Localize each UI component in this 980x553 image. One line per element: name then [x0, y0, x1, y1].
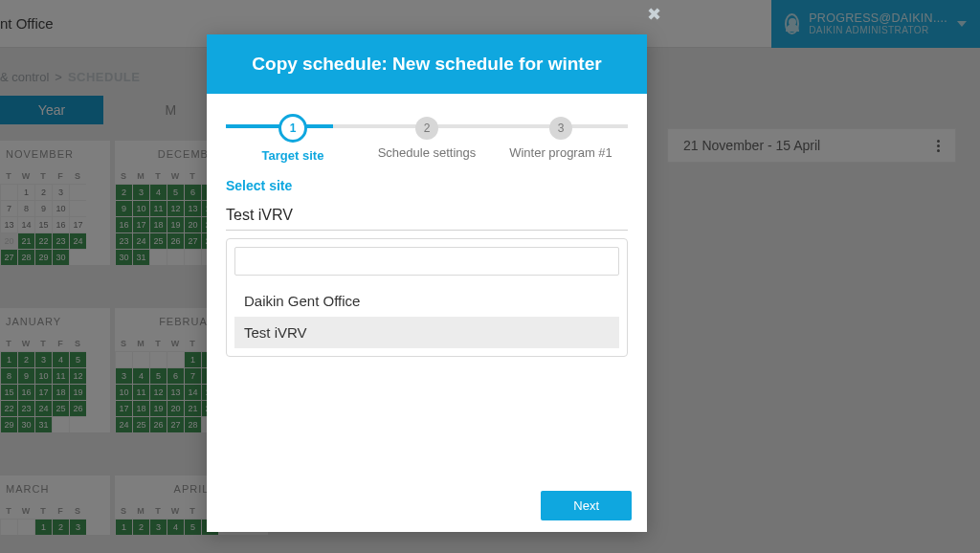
- select-site-label: Select site: [226, 178, 628, 193]
- step-number: 2: [415, 117, 438, 140]
- step-number: 3: [549, 117, 572, 140]
- step-winter-program[interactable]: 3 Winter program #1: [494, 117, 628, 160]
- copy-schedule-modal: Copy schedule: New schedule for winter 1…: [207, 34, 647, 532]
- step-label: Schedule settings: [378, 145, 477, 160]
- step-schedule-settings[interactable]: 2 Schedule settings: [360, 117, 494, 160]
- next-button[interactable]: Next: [541, 491, 632, 520]
- selected-site-value[interactable]: Test iVRV: [226, 207, 628, 231]
- site-option[interactable]: Daikin Gent Office: [234, 285, 619, 317]
- close-icon[interactable]: ✖: [647, 4, 661, 25]
- site-search-input[interactable]: [234, 247, 619, 276]
- site-option-list: Daikin Gent Office Test iVRV: [234, 285, 619, 348]
- step-target-site[interactable]: 1 Target site: [226, 114, 360, 163]
- modal-title: Copy schedule: New schedule for winter: [207, 34, 647, 94]
- step-label: Winter program #1: [509, 145, 612, 160]
- step-label: Target site: [262, 148, 324, 163]
- site-option[interactable]: Test iVRV: [234, 317, 619, 348]
- site-dropdown: Daikin Gent Office Test iVRV: [226, 238, 628, 357]
- wizard-stepper: 1 Target site 2 Schedule settings 3 Wint…: [207, 111, 647, 165]
- step-number: 1: [278, 114, 307, 143]
